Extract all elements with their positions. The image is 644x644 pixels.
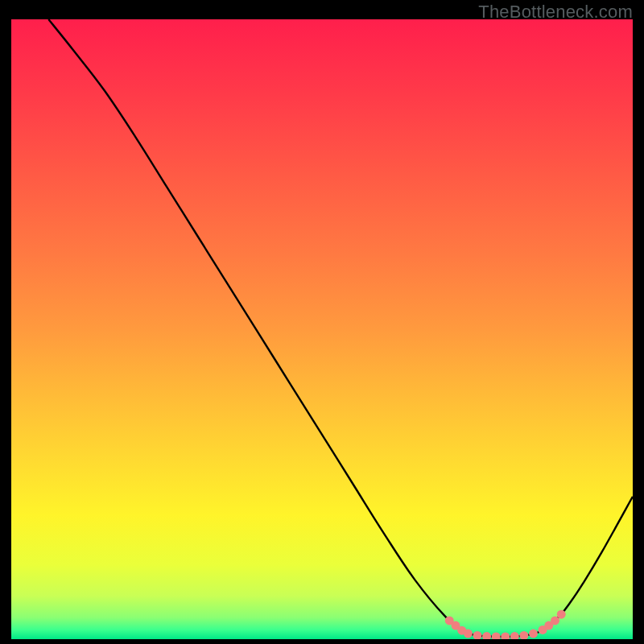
highlight-dot xyxy=(557,610,566,619)
highlight-dot xyxy=(529,630,538,638)
chart-svg xyxy=(11,19,633,639)
highlight-dot xyxy=(464,630,473,638)
gradient-background xyxy=(11,19,633,639)
chart-frame xyxy=(11,19,633,639)
